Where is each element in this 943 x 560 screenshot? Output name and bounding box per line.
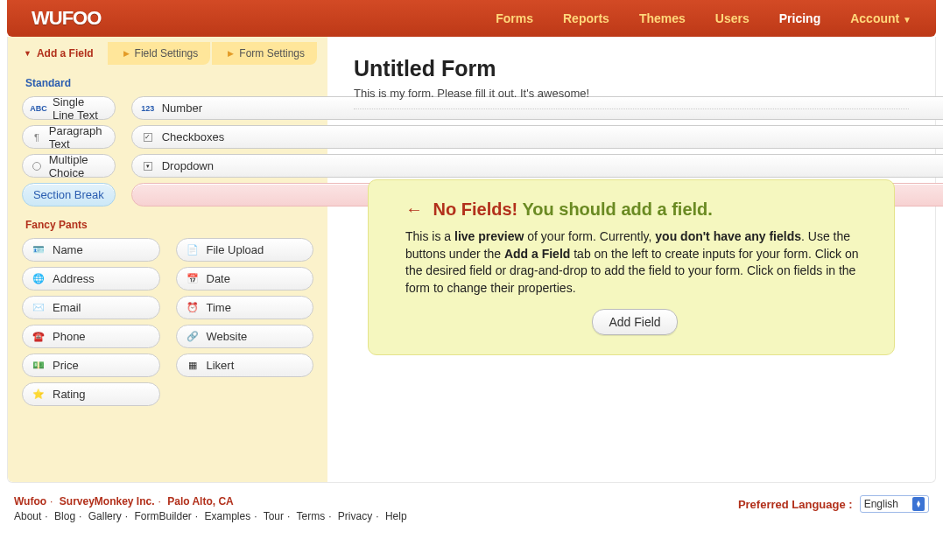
triangle-down-icon: ▼ <box>24 49 32 58</box>
triangle-right-icon: ▶ <box>228 49 234 58</box>
field-section-break[interactable]: Section Break <box>22 183 116 206</box>
abc-icon: ABC <box>32 102 46 116</box>
tab-field-settings[interactable]: ▶Field Settings <box>108 42 211 65</box>
field-website[interactable]: 🔗Website <box>176 325 314 348</box>
section-standard-label: Standard <box>25 77 313 89</box>
radio-icon <box>32 159 42 173</box>
triangle-right-icon: ▶ <box>123 49 130 58</box>
field-multiple-choice[interactable]: Multiple Choice <box>22 154 116 178</box>
field-price[interactable]: 💵Price <box>22 354 160 377</box>
top-nav: Forms Reports Themes Users Pricing Accou… <box>496 11 911 25</box>
checkbox-icon: ✓ <box>141 130 155 144</box>
number-icon: 123 <box>141 102 155 116</box>
nav-forms[interactable]: Forms <box>496 11 533 25</box>
field-date[interactable]: 📅Date <box>176 267 314 290</box>
calendar-icon: 📅 <box>186 272 200 286</box>
field-single-line-text[interactable]: ABCSingle Line Text <box>22 96 116 120</box>
sidebar: ▼Add a Field ▶Field Settings ▶Form Setti… <box>8 37 327 482</box>
form-title[interactable]: Untitled Form <box>354 56 909 81</box>
form-canvas: Untitled Form This is my form. Please fi… <box>327 37 935 482</box>
footer-blog[interactable]: Blog <box>54 510 75 522</box>
footer-help[interactable]: Help <box>385 510 407 522</box>
select-chevron-icon: ▴▾ <box>912 497 925 511</box>
tab-add-field[interactable]: ▼Add a Field <box>8 42 106 65</box>
arrow-left-icon: ← <box>405 200 423 219</box>
id-icon: 🪪 <box>32 243 46 257</box>
divider <box>354 108 909 109</box>
logo: WUFOO <box>32 7 101 30</box>
tab-form-settings[interactable]: ▶Form Settings <box>212 42 317 65</box>
nav-reports[interactable]: Reports <box>563 11 609 25</box>
fancy-fields: 🪪Name 📄File Upload 🌐Address 📅Date ✉️Emai… <box>22 238 313 406</box>
field-phone[interactable]: ☎️Phone <box>22 325 160 348</box>
nav-themes[interactable]: Themes <box>639 11 686 25</box>
field-name[interactable]: 🪪Name <box>22 238 160 262</box>
footer-gallery[interactable]: Gallery <box>88 510 122 522</box>
mail-icon: ✉️ <box>32 301 46 315</box>
field-time[interactable]: ⏰Time <box>176 296 314 319</box>
globe-icon: 🌐 <box>32 272 46 286</box>
field-paragraph-text[interactable]: ¶Paragraph Text <box>22 125 116 149</box>
empty-state-callout: ← No Fields! You should add a field. Thi… <box>368 179 895 355</box>
main: ▼Add a Field ▶Field Settings ▶Form Setti… <box>7 37 936 483</box>
star-icon: ⭐ <box>32 388 46 402</box>
language-select[interactable]: English ▴▾ <box>860 495 929 513</box>
form-description[interactable]: This is my form. Please fill it out. It'… <box>354 87 909 100</box>
footer: Wufoo· SurveyMonkey Inc.· Palo Alto, CA … <box>14 495 929 522</box>
footer-privacy[interactable]: Privacy <box>338 510 372 522</box>
section-fancy-label: Fancy Pants <box>25 219 313 231</box>
nav-account[interactable]: Account ▼ <box>850 11 911 25</box>
nav-users[interactable]: Users <box>715 11 749 25</box>
file-icon: 📄 <box>186 243 200 257</box>
language-label: Preferred Language : <box>738 498 853 511</box>
footer-terms[interactable]: Terms <box>296 510 325 522</box>
clock-icon: ⏰ <box>186 301 200 315</box>
footer-right: Preferred Language : English ▴▾ <box>738 495 929 513</box>
footer-location: Palo Alto, CA <box>167 495 234 508</box>
dropdown-icon: ▾ <box>141 159 155 173</box>
footer-surveymonkey[interactable]: SurveyMonkey Inc. <box>60 495 155 508</box>
standard-fields: ABCSingle Line Text 123Number ¶Paragraph… <box>22 96 313 206</box>
chevron-down-icon: ▼ <box>903 15 911 24</box>
footer-formbuilder[interactable]: FormBuilder <box>134 510 191 522</box>
field-rating[interactable]: ⭐Rating <box>22 382 160 406</box>
footer-tour[interactable]: Tour <box>264 510 284 522</box>
footer-about[interactable]: About <box>14 510 41 522</box>
field-address[interactable]: 🌐Address <box>22 267 160 290</box>
money-icon: 💵 <box>32 359 46 373</box>
field-file-upload[interactable]: 📄File Upload <box>176 238 314 262</box>
nav-pricing[interactable]: Pricing <box>779 11 820 25</box>
callout-heading: ← No Fields! You should add a field. <box>405 200 864 220</box>
footer-examples[interactable]: Examples <box>205 510 251 522</box>
field-email[interactable]: ✉️Email <box>22 296 160 319</box>
phone-icon: ☎️ <box>32 330 46 344</box>
footer-wufoo[interactable]: Wufoo <box>14 495 46 508</box>
field-likert[interactable]: ▦Likert <box>176 354 314 377</box>
footer-left: Wufoo· SurveyMonkey Inc.· Palo Alto, CA … <box>14 495 407 522</box>
paragraph-icon: ¶ <box>32 130 42 144</box>
sidebar-tabs: ▼Add a Field ▶Field Settings ▶Form Setti… <box>8 42 327 65</box>
link-icon: 🔗 <box>186 330 200 344</box>
grid-icon: ▦ <box>186 359 200 373</box>
topbar: WUFOO Forms Reports Themes Users Pricing… <box>7 0 936 37</box>
callout-body: This is a live preview of your form. Cur… <box>405 228 864 297</box>
add-field-button[interactable]: Add Field <box>592 309 677 335</box>
